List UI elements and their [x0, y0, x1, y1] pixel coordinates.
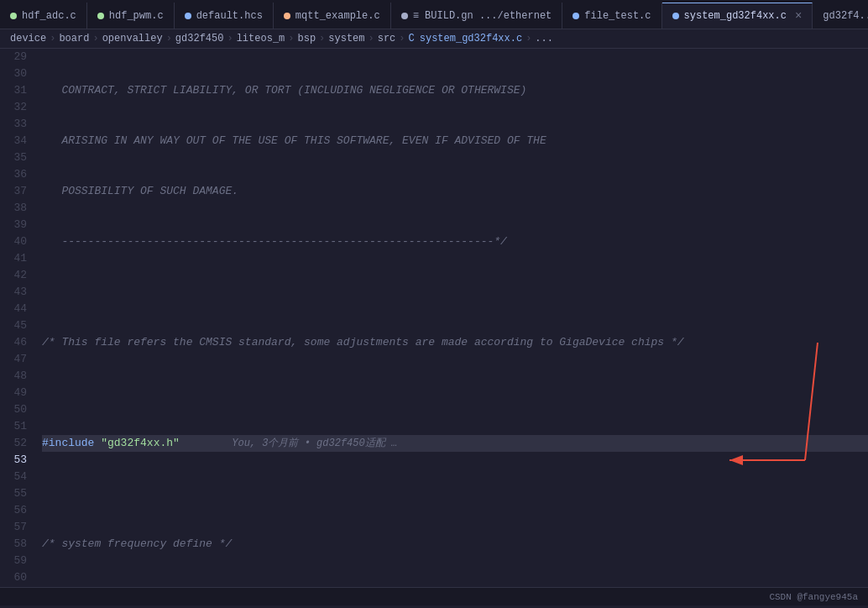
tab-mqtt-example[interactable]: mqtt_example.c: [274, 3, 391, 29]
tab-label: default.hcs: [196, 10, 263, 22]
line-num-47: 47: [0, 351, 27, 368]
line-num-59: 59: [0, 553, 27, 569]
tab-dot-green: [97, 13, 104, 19]
line-num-36: 36: [0, 166, 27, 183]
tab-dot-plain: [401, 13, 408, 19]
breadcrumb-bsp: bsp: [297, 33, 316, 45]
code-content: CONTRACT, STRICT LIABILITY, OR TORT (INC…: [35, 49, 868, 587]
tab-dot-blue: [672, 13, 679, 19]
breadcrumb-current-file: system_gd32f4xx.c: [420, 33, 522, 45]
tab-label: ≡ BUILD.gn .../ethernet: [413, 10, 552, 22]
c-file-icon: C: [409, 33, 415, 45]
line-num-53: 53: [0, 452, 27, 469]
line-num-41: 41: [0, 250, 27, 267]
line-num-46: 46: [0, 334, 27, 351]
code-line-35: [42, 385, 868, 401]
breadcrumb-ellipsis: ...: [535, 33, 553, 45]
line-num-58: 58: [0, 536, 27, 553]
line-num-38: 38: [0, 200, 27, 217]
editor: 29 30 31 32 33 34 35 36 37 38 39 40 41 4…: [0, 49, 868, 587]
line-num-48: 48: [0, 368, 27, 385]
breadcrumb-sep: ›: [288, 33, 294, 45]
code-line-38: /* system frequency define */: [42, 536, 868, 553]
breadcrumb-bar: device › board › openvalley › gd32f450 ›…: [0, 29, 868, 49]
code-line-33: [42, 284, 868, 301]
line-num-54: 54: [0, 469, 27, 485]
code-line-29: CONTRACT, STRICT LIABILITY, OR TORT (INC…: [42, 82, 868, 99]
code-line-39: #define __IRC16M (IRC16M_VALUE) /* inter…: [42, 586, 868, 587]
breadcrumb-sep: ›: [526, 33, 531, 45]
tab-dot-blue: [185, 13, 191, 19]
line-num-33: 33: [0, 116, 27, 133]
breadcrumb-openvalley: openvalley: [102, 33, 163, 45]
breadcrumb-sep: ›: [50, 33, 55, 45]
status-csdn: CSDN @fangye945a: [769, 592, 858, 602]
breadcrumb-device: device: [10, 33, 46, 45]
line-num-30: 30: [0, 66, 27, 82]
tab-dot-green: [10, 13, 17, 19]
tab-bar: hdf_adc.c hdf_pwm.c default.hcs mqtt_exa…: [0, 0, 868, 29]
line-num-35: 35: [0, 149, 27, 166]
breadcrumb-board: board: [59, 33, 89, 45]
breadcrumb-gd32f450: gd32f450: [175, 33, 224, 45]
line-num-55: 55: [0, 485, 27, 502]
tab-label: file_test.c: [584, 10, 651, 22]
line-num-56: 56: [0, 502, 27, 519]
line-num-34: 34: [0, 133, 27, 149]
tab-label: system_gd32f4xx.c: [684, 10, 787, 22]
line-num-49: 49: [0, 385, 27, 401]
breadcrumb-system: system: [328, 33, 364, 45]
line-num-44: 44: [0, 301, 27, 317]
line-num-57: 57: [0, 519, 27, 536]
tab-label: mqtt_example.c: [295, 10, 380, 22]
line-num-39: 39: [0, 217, 27, 233]
code-line-36: #include "gd32f4xx.h" You, 3个月前 • gd32f4…: [42, 435, 868, 452]
line-num-40: 40: [0, 233, 27, 250]
code-line-37: [42, 485, 868, 502]
line-numbers: 29 30 31 32 33 34 35 36 37 38 39 40 41 4…: [0, 49, 35, 587]
line-num-61: 61: [0, 586, 27, 587]
tab-file-test[interactable]: file_test.c: [562, 3, 661, 29]
breadcrumb-sep: ›: [227, 33, 233, 45]
tab-build-gn[interactable]: ≡ BUILD.gn .../ethernet: [391, 3, 563, 29]
line-num-52: 52: [0, 435, 27, 452]
line-num-29: 29: [0, 49, 27, 66]
tab-label: gd32f4...: [823, 10, 868, 22]
tab-hdf-adc[interactable]: hdf_adc.c: [0, 3, 87, 29]
status-bar: CSDN @fangye945a: [0, 587, 868, 605]
line-num-45: 45: [0, 317, 27, 334]
tab-system-gd32[interactable]: system_gd32f4xx.c ×: [662, 3, 813, 29]
breadcrumb-sep: ›: [319, 33, 325, 45]
line-num-42: 42: [0, 267, 27, 284]
tab-default-hcs[interactable]: default.hcs: [175, 3, 274, 29]
line-num-50: 50: [0, 401, 27, 418]
tab-hdf-pwm[interactable]: hdf_pwm.c: [87, 3, 175, 29]
tab-gd32f4[interactable]: gd32f4...: [813, 3, 868, 29]
tab-close-icon[interactable]: ×: [795, 9, 802, 23]
breadcrumb-sep: ›: [369, 33, 374, 45]
tab-dot-blue: [573, 13, 579, 19]
line-num-60: 60: [0, 569, 27, 586]
line-num-32: 32: [0, 99, 27, 116]
code-line-34: /* This file refers the CMSIS standard, …: [42, 334, 868, 351]
code-line-30: ARISING IN ANY WAY OUT OF THE USE OF THI…: [42, 133, 868, 149]
editor-wrapper: 29 30 31 32 33 34 35 36 37 38 39 40 41 4…: [0, 49, 868, 587]
line-num-31: 31: [0, 82, 27, 99]
breadcrumb-sep: ›: [92, 33, 98, 45]
line-num-51: 51: [0, 418, 27, 435]
breadcrumb-src: src: [378, 33, 396, 45]
breadcrumb-sep: ›: [399, 33, 405, 45]
tab-label: hdf_pwm.c: [109, 10, 164, 22]
breadcrumb-sep: ›: [166, 33, 172, 45]
tab-label: hdf_adc.c: [22, 10, 76, 22]
code-line-31: POSSIBILITY OF SUCH DAMAGE.: [42, 183, 868, 200]
breadcrumb-liteos: liteos_m: [237, 33, 285, 45]
code-line-32: ----------------------------------------…: [42, 233, 868, 250]
tab-dot-orange: [284, 13, 290, 19]
line-num-43: 43: [0, 284, 27, 301]
line-num-37: 37: [0, 183, 27, 200]
